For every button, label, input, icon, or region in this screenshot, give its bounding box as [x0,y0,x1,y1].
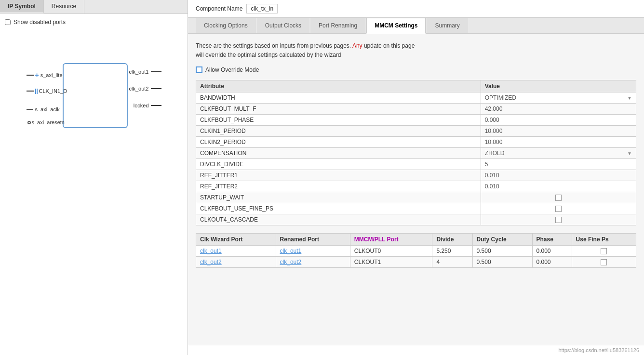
footer: https://blog.csdn.net/liu583261126 [188,345,644,355]
attr-value-cell[interactable]: ZHOLD▼ [481,148,636,159]
clock-col-header: MMCM/PLL Port [350,234,432,246]
clk-wizard-cell[interactable]: clk_out2 [196,257,276,268]
tab-output-clocks[interactable]: Output Clocks [257,18,309,33]
table-row: STARTUP_WAIT [196,192,636,203]
dropdown-value: ZHOLD [485,150,505,157]
attr-value-cell[interactable]: 10.000 [481,137,636,148]
component-name-bar: Component Name clk_tx_in [188,0,644,18]
mmcm-port-cell: CLKOUT1 [350,257,432,268]
attr-checkbox[interactable] [555,217,562,223]
fine-ps-checkbox[interactable] [601,248,607,254]
attr-value-cell[interactable]: 0.010 [481,181,636,192]
attr-name-cell: REF_JITTER1 [196,170,481,181]
tab-ip-symbol[interactable]: IP Symbol [0,0,44,13]
left-panel: IP Symbol Resource Show disabled ports +… [0,0,188,355]
attr-value-cell[interactable]: 5 [481,159,636,170]
attr-name-cell: CLKFBOUT_MULT_F [196,104,481,115]
renamed-port-cell[interactable]: clk_out2 [276,257,350,268]
attr-checkbox[interactable] [555,206,562,212]
port-link[interactable]: clk_out1 [200,248,222,254]
fine-ps-checkbox[interactable] [601,259,607,265]
wire-clk-in1-d [27,91,34,92]
divide-cell: 4 [432,257,472,268]
attr-name-cell: CLKOUT4_CASCADE [196,214,481,225]
port-s-axi-aclk: s_axi_aclk [27,106,60,112]
clock-col-header: Clk Wizard Port [196,234,276,246]
tab-bar: Clocking Options Output Clocks Port Rena… [188,18,644,34]
attribute-table: Attribute Value BANDWIDTHOPTIMIZED▼CLKFB… [196,80,636,225]
description-text: These are the settings based on inputs f… [196,41,636,60]
clk-wizard-cell[interactable]: clk_out1 [196,246,276,257]
symbol-box [63,63,128,128]
port-s-axi-aresetn: s_axi_aresetn [27,119,65,125]
left-panel-body: Show disabled ports + s_axi_lite [0,14,188,355]
main-content: These are the settings based on inputs f… [188,34,644,345]
clock-col-header: Duty Cycle [472,234,532,246]
attr-value-cell[interactable]: 0.000 [481,115,636,126]
allow-override-checkbox[interactable] [196,66,202,73]
clock-table: Clk Wizard PortRenamed PortMMCM/PLL Port… [196,233,636,268]
table-row: BANDWIDTHOPTIMIZED▼ [196,92,636,104]
show-disabled-ports-label: Show disabled ports [13,19,66,26]
ip-symbol-diagram: + s_axi_lite CLK_IN1_D s_axi_aclk [27,59,161,134]
attr-name-cell: STARTUP_WAIT [196,192,481,203]
tab-mmcm-settings[interactable]: MMCM Settings [366,18,426,34]
attr-value-cell[interactable]: 10.000 [481,126,636,137]
attr-value-cell[interactable]: OPTIMIZED▼ [481,92,636,104]
attr-checkbox[interactable] [555,195,562,201]
attr-value-cell[interactable]: 42.000 [481,104,636,115]
attr-name-cell: REF_JITTER2 [196,181,481,192]
table-row: DIVCLK_DIVIDE5 [196,159,636,170]
table-row: CLKFBOUT_PHASE0.000 [196,115,636,126]
port-clk-in1-d: CLK_IN1_D [27,88,67,94]
port-locked: locked [134,103,161,108]
table-row: CLKIN1_PERIOD10.000 [196,126,636,137]
attr-value-cell[interactable]: 0.010 [481,170,636,181]
attr-name-cell: BANDWIDTH [196,92,481,104]
tab-clocking-options[interactable]: Clocking Options [196,18,256,33]
dropdown-arrow-icon: ▼ [627,95,632,101]
port-link[interactable]: clk_out1 [280,248,302,254]
footer-text: https://blog.csdn.net/liu583261126 [558,347,639,353]
port-clk-out1: clk_out1 [129,69,161,75]
attr-name-cell: DIVCLK_DIVIDE [196,159,481,170]
component-name-value: clk_tx_in [246,4,278,13]
port-link[interactable]: clk_out2 [280,259,302,265]
phase-cell: 0.000 [532,246,572,257]
attr-name-cell: CLKFBOUT_USE_FINE_PS [196,203,481,214]
use-fine-ps-cell [572,246,636,257]
attr-name-cell: COMPENSATION [196,148,481,159]
attr-name-cell: CLKFBOUT_PHASE [196,115,481,126]
port-link[interactable]: clk_out2 [200,259,222,265]
allow-override-row: Allow Override Mode [196,66,636,73]
mmcm-port-cell: CLKOUT0 [350,246,432,257]
wire-clk-out1 [151,71,161,72]
show-disabled-ports-checkbox[interactable] [5,19,11,25]
tab-port-renaming[interactable]: Port Renaming [310,18,365,33]
table-row: REF_JITTER20.010 [196,181,636,192]
table-row: CLKFBOUT_USE_FINE_PS [196,203,636,214]
attr-col-header: Attribute [196,80,481,92]
clock-col-header: Divide [432,234,472,246]
left-tab-bar: IP Symbol Resource [0,0,188,14]
clock-col-header: Renamed Port [276,234,350,246]
wire-clk-out2 [151,88,161,89]
renamed-port-cell[interactable]: clk_out1 [276,246,350,257]
table-row: CLKIN2_PERIOD10.000 [196,137,636,148]
port-s-axi-lite: + s_axi_lite [27,71,63,79]
wire-s-axi-lite [27,75,34,76]
table-row: CLKOUT4_CASCADE [196,214,636,225]
show-disabled-ports-row: Show disabled ports [5,19,183,26]
dropdown-value: OPTIMIZED [485,94,516,101]
table-row: CLKFBOUT_MULT_F42.000 [196,104,636,115]
table-row: COMPENSATIONZHOLD▼ [196,148,636,159]
table-row: REF_JITTER10.010 [196,170,636,181]
table-row: clk_out2clk_out2CLKOUT140.5000.000 [196,257,636,268]
value-col-header: Value [481,80,636,92]
attr-name-cell: CLKIN1_PERIOD [196,126,481,137]
bars-icon-clk [35,89,38,94]
attr-value-cell [481,192,636,203]
attr-name-cell: CLKIN2_PERIOD [196,137,481,148]
tab-resource[interactable]: Resource [44,0,84,13]
tab-summary[interactable]: Summary [427,18,468,33]
